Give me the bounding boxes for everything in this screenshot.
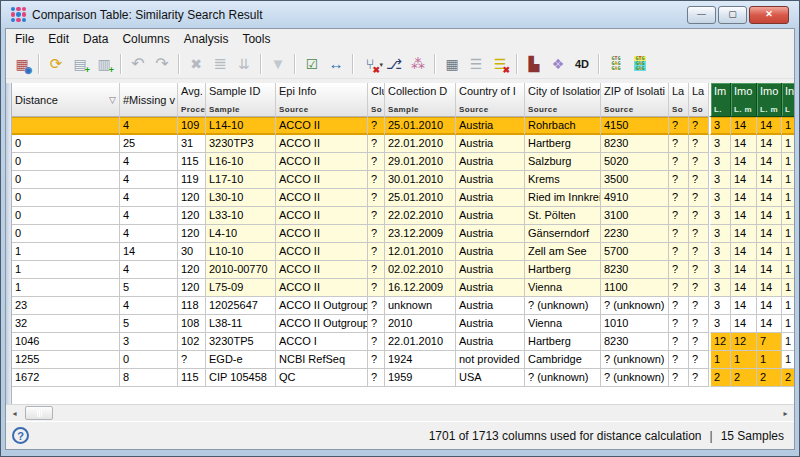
maximize-button[interactable]: ▢ [718,6,747,24]
cell-la2[interactable]: ? [689,171,709,189]
cell-epi-info[interactable]: ACCO I [276,333,368,351]
add-entry-icon[interactable]: ▤+ [69,53,91,75]
cell-missing-values[interactable]: 4 [120,153,178,171]
cell-la2[interactable]: ? [689,315,709,333]
cell-lmo1[interactable]: 14 [731,171,757,189]
cell-ln[interactable]: 1 [782,333,794,351]
cell-avg[interactable]: 30 [178,243,206,261]
cell-la1[interactable]: ? [669,279,689,297]
menu-item-file[interactable]: File [8,30,41,48]
cell-lmo2[interactable]: 14 [757,297,782,315]
cell-epi-info[interactable]: ACCO II Outgroup [276,315,368,333]
cell-cluster[interactable]: ? [368,207,385,225]
table-row[interactable]: 04120L30-10ACCO II?25.01.2010AustriaRied… [12,189,794,207]
cell-lmo1[interactable]: 14 [731,243,757,261]
entry-list-icon[interactable]: ☰ [465,53,487,75]
cell-ln[interactable]: 1 [782,315,794,333]
cell-ln[interactable]: 1 [782,135,794,153]
cell-sample-id[interactable]: 2010-00770 [206,261,276,279]
column-header-epi-info[interactable]: Epi InfoSource [276,83,368,117]
cell-ln[interactable]: 1 [782,153,794,171]
cell-country-of-isolation[interactable]: Austria [456,153,525,171]
cell-epi-info[interactable]: ACCO II [276,225,368,243]
cell-la2[interactable]: ? [689,279,709,297]
cell-sample-id[interactable]: L14-10 [206,117,276,135]
cell-cluster[interactable]: ? [368,171,385,189]
cell-distance[interactable]: 1046 [12,333,120,351]
table-row[interactable]: 12550?EGD-eNCBI RefSeq?1924not providedC… [12,351,794,369]
horizontal-scrollbar[interactable]: ◂ ▸ [6,404,794,421]
cell-missing-values[interactable]: 4 [120,189,178,207]
cell-epi-info[interactable]: ACCO II [276,135,368,153]
cell-cluster[interactable]: ? [368,225,385,243]
cell-collection-date[interactable]: 22.01.2010 [385,135,456,153]
cell-lmo2[interactable]: 14 [757,279,782,297]
table-row[interactable]: 025313230TP3ACCO II?22.01.2010AustriaHar… [12,135,794,153]
mst-graph-icon[interactable]: ❖ [547,53,569,75]
cell-missing-values[interactable]: 5 [120,279,178,297]
cell-epi-info[interactable]: ACCO II [276,279,368,297]
cell-distance[interactable]: 0 [12,207,120,225]
minimize-button[interactable]: — [687,6,716,24]
cell-la2[interactable]: ? [689,333,709,351]
cell-avg[interactable]: 119 [178,171,206,189]
cell-collection-date[interactable]: 1924 [385,351,456,369]
cell-collection-date[interactable]: 22.02.2010 [385,207,456,225]
cell-collection-date[interactable]: 22.01.2010 [385,333,456,351]
cell-zip-of-isolation[interactable]: 5700 [601,243,669,261]
column-header-lmo1[interactable]: ImoL. m [731,83,757,117]
cell-distance[interactable]: 0 [12,135,120,153]
cell-epi-info[interactable]: ACCO II [276,171,368,189]
table-row[interactable]: 104631023230TP5ACCO I?22.01.2010AustriaH… [12,333,794,351]
cell-city-of-isolation[interactable]: ? (unknown) [525,369,601,387]
cell-zip-of-isolation[interactable]: 5020 [601,153,669,171]
title-bar[interactable]: Comparison Table: Similarity Search Resu… [5,1,795,28]
add-column-icon[interactable]: ▥+ [93,53,115,75]
table-row[interactable]: 04119L17-10ACCO II?30.01.2010AustriaKrem… [12,171,794,189]
scroll-right-arrow-icon[interactable]: ▸ [777,405,794,421]
cell-missing-values[interactable]: 0 [120,351,178,369]
cell-lmo2[interactable]: 1 [757,351,782,369]
cell-lmo1[interactable]: 14 [731,207,757,225]
cell-country-of-isolation[interactable]: Austria [456,261,525,279]
cell-avg[interactable]: 118 [178,297,206,315]
cell-missing-values[interactable]: 4 [120,207,178,225]
cell-city-of-isolation[interactable]: Rohrbach [525,117,601,135]
cell-avg[interactable]: 120 [178,207,206,225]
cell-country-of-isolation[interactable]: Austria [456,333,525,351]
cell-la2[interactable]: ? [689,369,709,387]
cell-avg[interactable]: 115 [178,369,206,387]
scroll-left-arrow-icon[interactable]: ◂ [6,405,23,421]
cell-avg[interactable]: 120 [178,225,206,243]
cell-distance[interactable]: 32 [12,315,120,333]
cell-cluster[interactable]: ? [368,369,385,387]
cell-la2[interactable]: ? [689,135,709,153]
cell-ln[interactable]: 1 [782,351,794,369]
cell-city-of-isolation[interactable]: Zell am See [525,243,601,261]
cell-zip-of-isolation[interactable]: 8230 [601,261,669,279]
table-row[interactable]: 16728115CIP 105458QC?1959USA? (unknown)?… [12,369,794,387]
cell-lm[interactable]: 3 [709,207,731,225]
cell-zip-of-isolation[interactable]: 1100 [601,279,669,297]
cell-lmo2[interactable]: 14 [757,315,782,333]
cell-distance[interactable]: 23 [12,297,120,315]
table-row[interactable]: 4109L14-10ACCO II?25.01.2010AustriaRohrb… [12,117,794,135]
cell-la1[interactable]: ? [669,189,689,207]
cell-epi-info[interactable]: QC [276,369,368,387]
cluster-tree-icon[interactable]: ⎇ [383,53,405,75]
refresh-icon[interactable]: ⟳ [45,53,67,75]
cell-lm[interactable]: 3 [709,171,731,189]
cell-lmo1[interactable]: 2 [731,369,757,387]
cell-collection-date[interactable]: 29.01.2010 [385,153,456,171]
cell-sample-id[interactable]: 3230TP3 [206,135,276,153]
cell-city-of-isolation[interactable]: Hartberg [525,135,601,153]
cell-distance[interactable]: 0 [12,189,120,207]
cell-la2[interactable]: ? [689,117,709,135]
cell-country-of-isolation[interactable]: Austria [456,117,525,135]
table-row[interactable]: 11430L10-10ACCO II?12.01.2010AustriaZell… [12,243,794,261]
cell-zip-of-isolation[interactable]: 8230 [601,333,669,351]
cell-ln[interactable]: 1 [782,297,794,315]
cell-missing-values[interactable]: 4 [120,117,178,135]
cell-sample-id[interactable]: L4-10 [206,225,276,243]
cell-lm[interactable]: 3 [709,225,731,243]
